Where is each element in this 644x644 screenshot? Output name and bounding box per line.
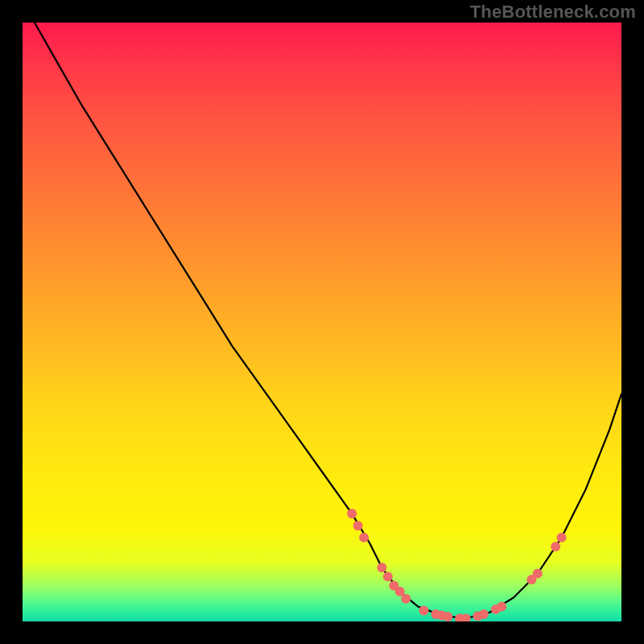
marker-group — [347, 509, 566, 621]
marker-point — [377, 563, 386, 572]
marker-point — [497, 601, 506, 611]
marker-point — [533, 569, 543, 579]
marker-point — [401, 594, 411, 604]
marker-point — [479, 609, 489, 619]
plot-area — [23, 23, 621, 621]
marker-point — [359, 533, 369, 543]
marker-point — [551, 542, 560, 551]
watermark-text: TheBottleneck.com — [470, 2, 636, 23]
bottleneck-curve-path — [35, 23, 621, 618]
marker-point — [383, 572, 393, 581]
marker-point — [347, 509, 357, 518]
marker-point — [353, 521, 363, 530]
marker-point — [557, 533, 567, 543]
marker-point — [419, 606, 429, 616]
chart-container: TheBottleneck.com — [0, 0, 644, 644]
curve-svg — [23, 23, 621, 621]
marker-point — [443, 612, 452, 621]
